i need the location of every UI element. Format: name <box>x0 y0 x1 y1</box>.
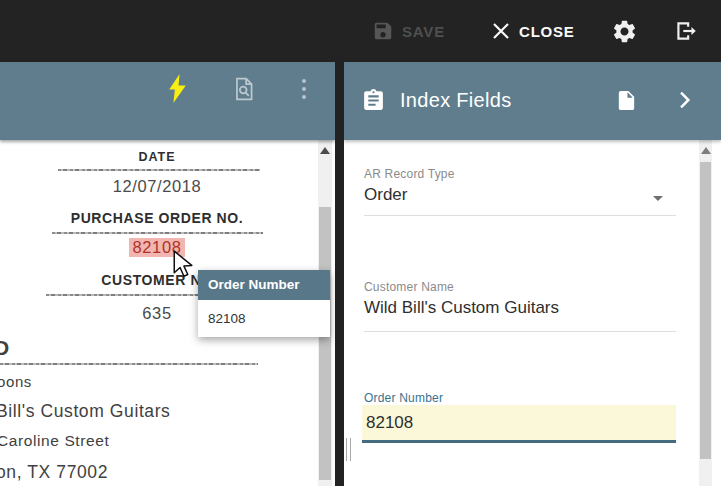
save-button[interactable]: SAVE <box>372 0 445 62</box>
index-fields-header: Index Fields <box>344 62 721 140</box>
doc-address-line: Caroline Street <box>0 432 109 450</box>
doc-address-line: oons <box>0 373 32 390</box>
sign-out-icon <box>672 18 700 44</box>
panel-resize-handle[interactable] <box>346 438 347 461</box>
close-icon <box>491 21 511 41</box>
field-input-order-number[interactable] <box>362 405 676 440</box>
document-scrollbar-thumb[interactable] <box>319 207 331 480</box>
collapse-panel-button[interactable] <box>679 91 691 109</box>
field-label-order-number: Order Number <box>364 391 443 405</box>
tooltip-value: 82108 <box>198 300 330 337</box>
doc-cut-letter: D <box>0 336 10 360</box>
field-label-ar-record-type: AR Record Type <box>364 167 455 181</box>
field-value-customer-name[interactable]: Wild Bill's Custom Guitars <box>364 298 559 318</box>
field-label-customer-name: Customer Name <box>364 280 454 294</box>
new-document-button[interactable] <box>615 87 638 114</box>
app-window: SAVE CLOSE <box>0 0 721 486</box>
tooltip-title: Order Number <box>198 270 330 300</box>
dropdown-arrow-icon[interactable] <box>653 196 663 201</box>
settings-button[interactable] <box>611 0 638 62</box>
doc-address-line: on, TX 77002 <box>0 462 108 483</box>
doc-rule <box>46 294 204 296</box>
doc-rule <box>58 169 260 171</box>
scroll-up-icon[interactable] <box>320 147 330 154</box>
lightning-icon <box>167 74 188 103</box>
sign-out-button[interactable] <box>672 0 700 62</box>
document-page-icon <box>615 87 638 114</box>
panel-divider <box>335 62 344 486</box>
doc-address-line: Bill's Custom Guitars <box>0 401 170 422</box>
more-options-icon <box>296 76 312 102</box>
settings-gear-icon <box>611 18 638 45</box>
field-underline <box>364 331 676 332</box>
ocr-tooltip: Order Number 82108 <box>198 270 330 337</box>
viewer-toolbar <box>0 62 335 140</box>
doc-po-value-wrap: 82108 <box>0 238 314 257</box>
scroll-up-icon[interactable] <box>701 147 711 154</box>
doc-date-label: DATE <box>0 150 314 164</box>
document-search-icon <box>231 76 257 102</box>
document-search-button[interactable] <box>231 76 257 102</box>
mouse-cursor <box>171 250 195 282</box>
top-bar: SAVE CLOSE <box>0 0 721 62</box>
collapse-chevron-icon <box>679 91 691 109</box>
doc-date-value: 12/07/2018 <box>0 177 314 196</box>
clipboard-icon <box>361 87 386 114</box>
panel-scrollbar[interactable] <box>699 140 712 486</box>
panel-scrollbar-thumb[interactable] <box>700 162 711 459</box>
close-button-label: CLOSE <box>519 23 575 40</box>
panel-resize-handle[interactable] <box>350 438 351 461</box>
panel-title: Index Fields <box>400 89 511 112</box>
close-button[interactable]: CLOSE <box>491 0 575 62</box>
doc-po-label: PURCHASE ORDER NO. <box>0 210 314 226</box>
doc-rule <box>52 232 263 234</box>
more-options-button[interactable] <box>296 76 312 102</box>
field-underline <box>364 215 676 216</box>
save-button-label: SAVE <box>402 23 445 40</box>
save-icon <box>372 20 394 42</box>
field-focus-underline <box>362 440 676 443</box>
field-value-ar-record-type[interactable]: Order <box>364 185 407 205</box>
auto-index-button[interactable] <box>167 74 188 103</box>
doc-rule <box>0 363 258 365</box>
